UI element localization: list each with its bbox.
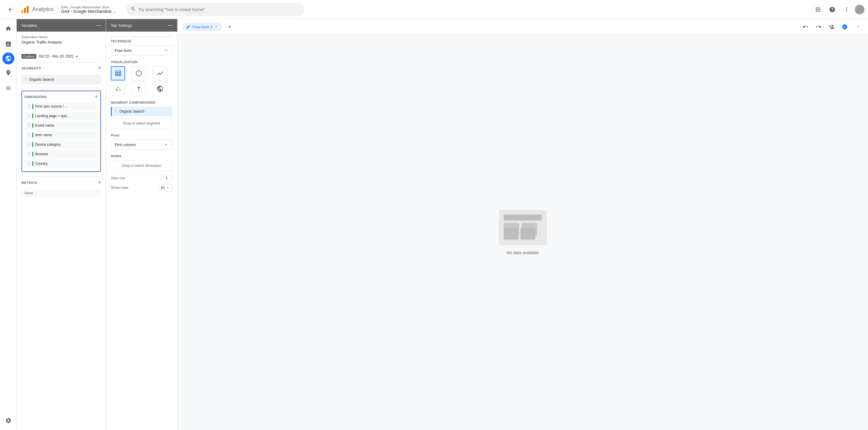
segment-comparisons-label: SEGMENT COMPARISONS: [111, 101, 173, 104]
dim-country[interactable]: ⠿ Country: [24, 159, 98, 168]
pivot-dropdown[interactable]: First column: [111, 140, 173, 150]
pivot-value: First column: [115, 143, 136, 147]
canvas-content: No data available: [178, 35, 868, 430]
app-name: Analytics: [32, 6, 54, 12]
dim-browser[interactable]: ⠿ Browser: [24, 150, 98, 158]
date-range: Oct 22 - Nov 20, 2022: [39, 54, 73, 58]
pivot-dropdown-icon: [164, 142, 168, 147]
start-row-label: Start row: [111, 176, 125, 180]
show-rows-value: 10: [160, 186, 164, 190]
tab-free-form-1[interactable]: Free form 1: [182, 23, 222, 31]
variables-panel: Variables — Exploration Name: Organic Tr…: [17, 19, 106, 430]
segments-title: SEGMENTS: [22, 66, 41, 70]
drag-handle-icon: ⠿: [27, 114, 30, 118]
rows-section: ROWS Drop or select dimension Start row …: [106, 154, 177, 196]
start-row-config: Start row 1: [111, 175, 173, 182]
viz-table-button[interactable]: [111, 66, 125, 81]
nav-advertising[interactable]: [1, 66, 16, 80]
more-canvas-actions-button[interactable]: [852, 22, 863, 32]
dim-event-name[interactable]: ⠿ Event name: [24, 121, 98, 130]
viz-funnel-button[interactable]: [132, 82, 146, 96]
visualization-grid: [111, 66, 173, 96]
search-area: [126, 3, 304, 16]
nav-explore[interactable]: [2, 53, 14, 64]
publish-button[interactable]: [839, 22, 850, 32]
variables-panel-title: Variables: [22, 23, 37, 28]
back-button[interactable]: [4, 2, 18, 17]
drag-handle-icon: ⠿: [115, 109, 118, 114]
segment-organic-search[interactable]: ⠿ Organic Search: [22, 75, 101, 84]
variables-panel-header: Variables —: [17, 19, 106, 32]
show-rows-config: Show rows 10: [111, 184, 173, 191]
add-metric-button[interactable]: +: [98, 179, 101, 186]
show-rows-dropdown[interactable]: 10: [158, 184, 173, 191]
svg-rect-10: [522, 223, 537, 236]
add-segment-button[interactable]: +: [98, 65, 101, 71]
tab-settings-panel: Tab Settings — TECHNIQUE Free form VISUA…: [106, 19, 178, 430]
rows-label: ROWS: [111, 154, 173, 158]
variables-minimize-button[interactable]: —: [96, 23, 101, 28]
nav-settings[interactable]: [1, 413, 16, 428]
dim-landing-page[interactable]: ⠿ Landing page + que...: [24, 112, 98, 120]
drop-segment-area[interactable]: Drop or select segment: [111, 118, 173, 129]
drop-dimension-area[interactable]: Drop or select dimension: [111, 160, 173, 171]
segment-comparison-item[interactable]: ⠿ Organic Search: [111, 107, 173, 116]
technique-dropdown[interactable]: Free form: [111, 45, 173, 55]
start-row-value[interactable]: 1: [160, 175, 173, 182]
nav-home[interactable]: [1, 22, 16, 36]
tab-settings-header: Tab Settings —: [106, 19, 177, 32]
viz-scatter-button[interactable]: [111, 82, 125, 96]
technique-section: TECHNIQUE Free form: [106, 32, 177, 60]
svg-point-6: [117, 90, 118, 91]
dim-color-indicator: [32, 132, 33, 137]
dimensions-box-header: DIMENSIONS +: [24, 94, 98, 100]
tab-dropdown-icon[interactable]: [214, 25, 218, 29]
share-button[interactable]: [826, 22, 837, 32]
dimensions-title: DIMENSIONS: [24, 95, 47, 99]
svg-rect-8: [504, 215, 542, 220]
add-tab-button[interactable]: +: [224, 22, 235, 32]
metrics-none[interactable]: None: [22, 189, 101, 197]
drag-handle-icon: ⠿: [24, 77, 27, 82]
date-dropdown-icon[interactable]: ▾: [76, 54, 78, 59]
dropdown-icon: [164, 48, 168, 53]
redo-button[interactable]: [813, 22, 824, 32]
dim-item-name[interactable]: ⠿ Item name: [24, 131, 98, 139]
viz-globe-button[interactable]: [153, 82, 167, 96]
dim-first-user-source[interactable]: ⠿ First user source / ...: [24, 102, 98, 111]
pivot-section: Pivot First column: [106, 133, 177, 154]
viz-donut-button[interactable]: [132, 66, 146, 81]
dim-color-indicator: [32, 161, 33, 166]
search-input[interactable]: [138, 7, 300, 12]
dim-label: First user source / ...: [35, 104, 68, 109]
more-options-button[interactable]: [841, 4, 852, 16]
metrics-placeholder: None: [24, 191, 33, 195]
apps-button[interactable]: [812, 4, 824, 16]
tab-edit-icon: [186, 25, 191, 29]
main-canvas: Free form 1 +: [178, 19, 868, 430]
no-data-illustration: [499, 210, 547, 246]
drag-handle-icon: ⠿: [27, 132, 30, 137]
segments-header: SEGMENTS +: [17, 63, 106, 73]
search-box[interactable]: [126, 3, 304, 16]
tab-settings-minimize-button[interactable]: —: [168, 23, 173, 28]
drag-handle-icon: ⠿: [27, 104, 30, 109]
search-icon: [130, 6, 136, 12]
dim-label: Browser: [35, 152, 48, 156]
viz-line-button[interactable]: [153, 66, 167, 81]
drag-handle-icon: ⠿: [27, 161, 30, 166]
segment-comparison-label: Organic Search: [119, 110, 144, 114]
help-button[interactable]: [826, 4, 838, 16]
nav-reports[interactable]: [1, 37, 16, 51]
user-avatar[interactable]: [855, 5, 864, 14]
undo-button[interactable]: [800, 22, 811, 32]
nav-configure[interactable]: [1, 81, 16, 95]
divider-2: [22, 88, 101, 88]
left-nav: [0, 19, 17, 430]
dim-device-category[interactable]: ⠿ Device category: [24, 140, 98, 149]
add-dimension-button[interactable]: +: [95, 94, 98, 100]
date-selector[interactable]: Custom Oct 22 - Nov 20, 2022 ▾: [22, 54, 101, 59]
metrics-title: METRICS: [22, 181, 37, 184]
drop-segment-label: Drop or select segment: [123, 121, 160, 125]
svg-rect-2: [27, 6, 29, 13]
